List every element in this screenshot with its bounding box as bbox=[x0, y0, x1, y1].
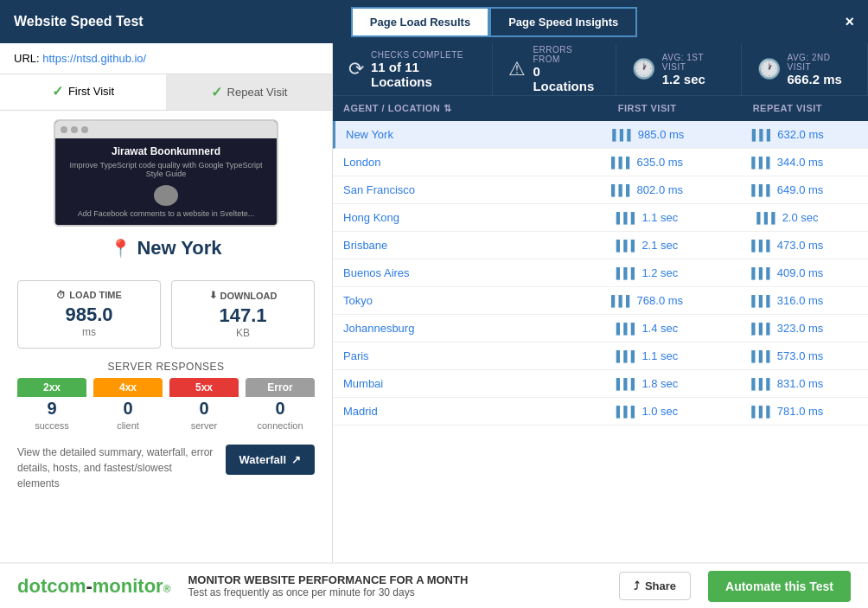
first-visit-link[interactable]: 1.0 sec bbox=[641, 405, 678, 418]
table-row[interactable]: Brisbane▌▌▌2.1 sec▌▌▌473.0 ms bbox=[333, 232, 868, 259]
table-row[interactable]: Paris▌▌▌1.1 sec▌▌▌573.0 ms bbox=[333, 342, 868, 370]
tab-first-visit[interactable]: ✓ First Visit bbox=[0, 74, 166, 110]
first-visit-link[interactable]: 1.1 sec bbox=[641, 349, 678, 362]
bar-chart-icon-repeat: ▌▌▌ bbox=[756, 212, 779, 224]
close-button[interactable]: × bbox=[845, 13, 854, 31]
location-link[interactable]: Tokyo bbox=[343, 294, 577, 307]
first-visit-link[interactable]: 1.4 sec bbox=[641, 322, 678, 335]
download-value: 147.1 bbox=[219, 304, 266, 327]
resp-5xx-name: server bbox=[169, 420, 239, 434]
repeat-visit-link[interactable]: 316.0 ms bbox=[777, 294, 823, 307]
first-visit-link[interactable]: 1.8 sec bbox=[641, 377, 678, 390]
table-row[interactable]: Johannesburg▌▌▌1.4 sec▌▌▌323.0 ms bbox=[333, 315, 868, 342]
resp-2xx-value: 9 bbox=[17, 397, 86, 420]
bar-chart-icon: ▌▌▌ bbox=[611, 184, 634, 196]
first-visit-label: First Visit bbox=[68, 85, 114, 98]
repeat-visit-label: Repeat Visit bbox=[227, 86, 288, 99]
bar-chart-icon-repeat: ▌▌▌ bbox=[751, 378, 774, 390]
tab-page-load[interactable]: Page Load Results bbox=[351, 7, 489, 37]
tab-page-speed[interactable]: Page Speed Insights bbox=[489, 7, 637, 37]
footer-text: MONITOR WEBSITE PERFORMANCE FOR A MONTH … bbox=[188, 573, 602, 598]
checks-value: 11 of 11 Locations bbox=[371, 60, 476, 89]
repeat-visit-cell: ▌▌▌573.0 ms bbox=[718, 349, 858, 362]
table-row[interactable]: London▌▌▌635.0 ms▌▌▌344.0 ms bbox=[333, 149, 868, 176]
table-row[interactable]: Madrid▌▌▌1.0 sec▌▌▌781.0 ms bbox=[333, 398, 868, 426]
server-responses: SERVER RESPONSES 2xx 9 success 4xx 0 cli… bbox=[0, 361, 332, 434]
stat-errors-content: ERRORS FROM 0 Locations bbox=[533, 45, 599, 93]
waterfall-button[interactable]: Waterfall ↗ bbox=[226, 445, 315, 475]
location-link[interactable]: London bbox=[343, 156, 577, 169]
repeat-visit-link[interactable]: 2.0 sec bbox=[782, 211, 819, 224]
table-header: AGENT / LOCATION ⇅ FIRST VISIT REPEAT VI… bbox=[333, 95, 868, 121]
logo-dash: - bbox=[86, 575, 92, 597]
repeat-visit-link[interactable]: 573.0 ms bbox=[777, 349, 823, 362]
header: Website Speed Test Page Load Results Pag… bbox=[0, 0, 868, 43]
browser-dot-3 bbox=[81, 126, 88, 133]
download-label: DOWNLOAD bbox=[220, 291, 278, 301]
automate-button[interactable]: Automate this Test bbox=[708, 571, 851, 602]
warning-icon: ⚠ bbox=[508, 58, 526, 80]
repeat-visit-link[interactable]: 344.0 ms bbox=[777, 156, 823, 169]
location-link[interactable]: Hong Kong bbox=[343, 211, 577, 224]
url-link[interactable]: https://ntsd.github.io/ bbox=[42, 52, 146, 65]
stat-checks-content: CHECKS COMPLETE 11 of 11 Locations bbox=[371, 50, 476, 89]
repeat-visit-cell: ▌▌▌632.0 ms bbox=[718, 128, 858, 141]
location-link[interactable]: Mumbai bbox=[343, 377, 577, 390]
first-visit-link[interactable]: 1.1 sec bbox=[641, 211, 678, 224]
table-row[interactable]: Hong Kong▌▌▌1.1 sec▌▌▌2.0 sec bbox=[333, 204, 868, 232]
location-link[interactable]: Buenos Aires bbox=[343, 266, 577, 279]
share-label: Share bbox=[645, 579, 676, 592]
stat-avg-repeat-content: AVG: 2nd VISIT 666.2 ms bbox=[788, 53, 852, 86]
resp-4xx: 4xx 0 client bbox=[93, 378, 163, 434]
location-link[interactable]: Johannesburg bbox=[343, 322, 577, 335]
spinner-icon: ⟳ bbox=[348, 58, 364, 80]
location-link[interactable]: San Francisco bbox=[343, 183, 577, 196]
stat-avg-first: 🕐 AVG: 1st VISIT 1.2 sec bbox=[616, 43, 742, 95]
repeat-visit-link[interactable]: 473.0 ms bbox=[777, 239, 823, 252]
first-visit-link[interactable]: 1.2 sec bbox=[641, 266, 678, 279]
table-row[interactable]: San Francisco▌▌▌802.0 ms▌▌▌649.0 ms bbox=[333, 176, 868, 204]
table-row[interactable]: Mumbai▌▌▌1.8 sec▌▌▌831.0 ms bbox=[333, 370, 868, 398]
waterfall-label: Waterfall bbox=[239, 453, 286, 466]
table-row[interactable]: Tokyo▌▌▌768.0 ms▌▌▌316.0 ms bbox=[333, 287, 868, 315]
preview-area: Jirawat Boonkumnerd Improve TypeScript c… bbox=[0, 111, 332, 268]
repeat-visit-link[interactable]: 649.0 ms bbox=[777, 183, 823, 196]
location-display: 📍 New York bbox=[110, 237, 221, 259]
bar-chart-icon: ▌▌▌ bbox=[611, 157, 634, 169]
location-link[interactable]: Madrid bbox=[343, 405, 577, 418]
clock-icon: ⏱ bbox=[56, 290, 66, 300]
logo-registered: ® bbox=[163, 583, 171, 595]
first-visit-cell: ▌▌▌768.0 ms bbox=[577, 294, 717, 307]
download-label-row: ⬇ DOWNLOAD bbox=[209, 290, 278, 301]
browser-avatar bbox=[154, 185, 178, 206]
table-body: New York▌▌▌985.0 ms▌▌▌632.0 msLondon▌▌▌6… bbox=[333, 121, 868, 562]
repeat-visit-link[interactable]: 323.0 ms bbox=[777, 322, 823, 335]
repeat-visit-cell: ▌▌▌649.0 ms bbox=[718, 183, 858, 196]
first-visit-link[interactable]: 768.0 ms bbox=[637, 294, 683, 307]
share-button[interactable]: ⤴ Share bbox=[619, 572, 691, 600]
first-visit-link[interactable]: 635.0 ms bbox=[637, 156, 683, 169]
resp-2xx: 2xx 9 success bbox=[17, 378, 86, 434]
first-visit-link[interactable]: 985.0 ms bbox=[638, 128, 684, 141]
repeat-visit-link[interactable]: 409.0 ms bbox=[777, 266, 823, 279]
table-row[interactable]: New York▌▌▌985.0 ms▌▌▌632.0 ms bbox=[333, 121, 868, 149]
main-container: URL: https://ntsd.github.io/ ✓ First Vis… bbox=[0, 43, 868, 562]
tab-repeat-visit[interactable]: ✓ Repeat Visit bbox=[166, 74, 332, 110]
first-visit-link[interactable]: 2.1 sec bbox=[641, 239, 678, 252]
bar-chart-icon-repeat: ▌▌▌ bbox=[751, 184, 774, 196]
bar-chart-icon-repeat: ▌▌▌ bbox=[751, 350, 774, 362]
browser-dot-2 bbox=[71, 126, 78, 133]
first-visit-cell: ▌▌▌635.0 ms bbox=[577, 156, 717, 169]
location-link[interactable]: Brisbane bbox=[343, 239, 577, 252]
bar-chart-icon: ▌▌▌ bbox=[616, 240, 639, 252]
repeat-visit-link[interactable]: 781.0 ms bbox=[777, 405, 823, 418]
location-link[interactable]: New York bbox=[346, 128, 578, 141]
repeat-visit-link[interactable]: 632.0 ms bbox=[777, 128, 823, 141]
table-row[interactable]: Buenos Aires▌▌▌1.2 sec▌▌▌409.0 ms bbox=[333, 259, 868, 287]
repeat-visit-link[interactable]: 831.0 ms bbox=[777, 377, 823, 390]
col-location-header: AGENT / LOCATION ⇅ bbox=[343, 103, 577, 114]
location-link[interactable]: Paris bbox=[343, 349, 577, 362]
browser-dot-1 bbox=[61, 126, 67, 133]
first-visit-link[interactable]: 802.0 ms bbox=[637, 183, 683, 196]
bar-chart-icon: ▌▌▌ bbox=[616, 350, 639, 362]
